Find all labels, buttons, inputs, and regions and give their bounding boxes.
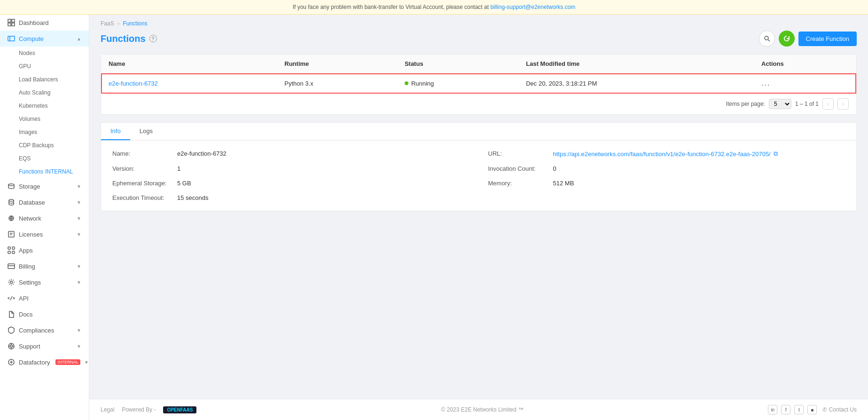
tab-logs[interactable]: Logs [130, 123, 162, 140]
compliances-icon [8, 326, 15, 334]
col-actions: Actions [754, 55, 856, 73]
licenses-chevron: ▼ [77, 232, 81, 237]
sidebar-item-docs[interactable]: Docs [0, 306, 89, 322]
detail-memory-label: Memory: [488, 180, 549, 187]
pagination-next-button[interactable]: › [837, 98, 849, 110]
facebook-icon[interactable]: f [781, 405, 790, 414]
compute-label: Compute [19, 35, 44, 42]
svg-point-6 [8, 184, 14, 186]
docs-label: Docs [19, 311, 33, 318]
sidebar-item-datafactory[interactable]: Datafactory INTERNAL ▼ [0, 354, 89, 370]
breadcrumb-functions[interactable]: Functions [123, 20, 147, 27]
functions-table: Name Runtime Status Last Modified time A… [101, 55, 856, 94]
status-indicator [405, 81, 408, 85]
svg-rect-15 [12, 251, 15, 254]
svg-rect-13 [12, 247, 15, 249]
functions-internal-badge: INTERNAL [45, 168, 73, 175]
datafactory-label: Datafactory [19, 359, 50, 366]
tab-info[interactable]: Info [101, 123, 130, 140]
datafactory-icon [8, 358, 15, 366]
storage-icon [8, 182, 15, 190]
database-label: Database [19, 199, 45, 206]
docs-icon [8, 310, 15, 318]
sidebar-item-licenses[interactable]: Licenses ▼ [0, 226, 89, 242]
pagination-prev-button[interactable]: ‹ [822, 98, 834, 110]
search-button[interactable] [759, 31, 775, 47]
copy-url-icon[interactable]: ⧉ [774, 150, 778, 158]
col-status: Status [397, 55, 518, 73]
sidebar-item-compute[interactable]: Compute ▲ [0, 31, 89, 47]
svg-rect-1 [12, 19, 15, 22]
datafactory-internal-badge: INTERNAL [55, 359, 80, 365]
col-name: Name [101, 55, 277, 73]
items-per-page-select[interactable]: 5 10 25 [769, 99, 791, 109]
billing-icon [8, 262, 15, 270]
sidebar-item-apps[interactable]: Apps [0, 242, 89, 258]
detail-timeout-row: Execution Timeout: 15 seconds [112, 194, 469, 201]
sidebar-sub-autoscaling[interactable]: Auto Scaling [0, 86, 89, 99]
top-banner: If you face any problem with bank-transf… [0, 0, 868, 15]
support-icon [8, 342, 15, 350]
detail-storage-label: Ephemeral Storage: [112, 180, 173, 187]
sidebar-item-database[interactable]: Database ▼ [0, 194, 89, 210]
sidebar-sub-volumes[interactable]: Volumes [0, 112, 89, 126]
sidebar-sub-nodes[interactable]: Nodes [0, 47, 89, 60]
sidebar-item-support[interactable]: Support ▼ [0, 338, 89, 354]
sidebar-sub-eqs[interactable]: EQS [0, 152, 89, 165]
detail-url-label: URL: [488, 150, 549, 157]
network-chevron: ▼ [77, 216, 81, 221]
sidebar-item-settings[interactable]: Settings ▼ [0, 274, 89, 290]
sidebar-item-compliances[interactable]: Compliances ▼ [0, 322, 89, 338]
cell-actions: ... [754, 73, 856, 94]
svg-point-7 [9, 199, 14, 201]
detail-panel: Info Logs Name: e2e-function-6732 URL: h… [101, 122, 857, 211]
items-per-page-label: Items per page: [726, 101, 765, 107]
detail-invocation-label: Invocation Count: [488, 165, 549, 172]
footer-legal[interactable]: Legal [101, 406, 114, 413]
create-function-button[interactable]: Create Function [798, 32, 857, 46]
sidebar-sub-cdpbackups[interactable]: CDP Backups [0, 139, 89, 152]
contact-us-link[interactable]: ✆ Contact Us [822, 406, 857, 413]
sidebar-sub-kubernetes[interactable]: Kubernetes [0, 99, 89, 112]
storage-chevron: ▼ [77, 184, 81, 189]
sidebar-item-storage[interactable]: Storage ▼ [0, 178, 89, 194]
sidebar: Dashboard Compute ▲ Nodes GPU Load Balan… [0, 15, 89, 420]
twitter-icon[interactable]: t [794, 405, 804, 414]
main-content: FaaS » Functions Functions ? Create [89, 15, 868, 420]
svg-rect-12 [8, 247, 10, 249]
settings-chevron: ▼ [77, 280, 81, 285]
detail-url-row: URL: https://api.e2enetworks.com/faas/fu… [488, 150, 845, 158]
sidebar-sub-functions[interactable]: Functions INTERNAL [0, 165, 89, 178]
sidebar-item-billing[interactable]: Billing ▼ [0, 258, 89, 274]
detail-storage-value: 5 GB [177, 180, 191, 187]
compliances-chevron: ▼ [77, 328, 81, 333]
sidebar-sub-loadbalancers[interactable]: Load Balancers [0, 73, 89, 86]
table-row[interactable]: e2e-function-6732 Python 3.x Running Dec… [101, 73, 856, 94]
svg-line-28 [768, 40, 770, 42]
pagination-range: 1 – 1 of 1 [795, 101, 819, 107]
sidebar-item-dashboard[interactable]: Dashboard [0, 15, 89, 31]
sidebar-item-api[interactable]: API [0, 290, 89, 306]
sidebar-sub-gpu[interactable]: GPU [0, 60, 89, 73]
footer-copyright: © 2023 E2E Networks Limited ™ [441, 406, 524, 413]
function-name-link[interactable]: e2e-function-6732 [109, 80, 158, 87]
row-actions-button[interactable]: ... [761, 79, 770, 87]
detail-version-row: Version: 1 [112, 165, 469, 172]
licenses-label: Licenses [19, 231, 43, 238]
svg-rect-2 [8, 23, 11, 26]
breadcrumb-faas: FaaS [101, 20, 114, 27]
sidebar-item-network[interactable]: Network ▼ [0, 210, 89, 226]
detail-invocation-value: 0 [553, 165, 556, 172]
help-icon[interactable]: ? [149, 35, 157, 42]
rss-icon[interactable]: ■ [807, 405, 817, 414]
linkedin-icon[interactable]: in [768, 405, 777, 414]
compute-icon [8, 35, 15, 42]
database-chevron: ▼ [77, 200, 81, 205]
detail-url-value[interactable]: https://api.e2enetworks.com/faas/functio… [553, 150, 778, 158]
sidebar-sub-images[interactable]: Images [0, 126, 89, 139]
footer-social: in f t ■ [768, 405, 817, 414]
refresh-button[interactable] [779, 31, 795, 47]
billing-email-link[interactable]: billing-support@e2enetworks.com [490, 4, 575, 10]
svg-point-21 [10, 345, 13, 348]
detail-memory-row: Memory: 512 MB [488, 180, 845, 187]
